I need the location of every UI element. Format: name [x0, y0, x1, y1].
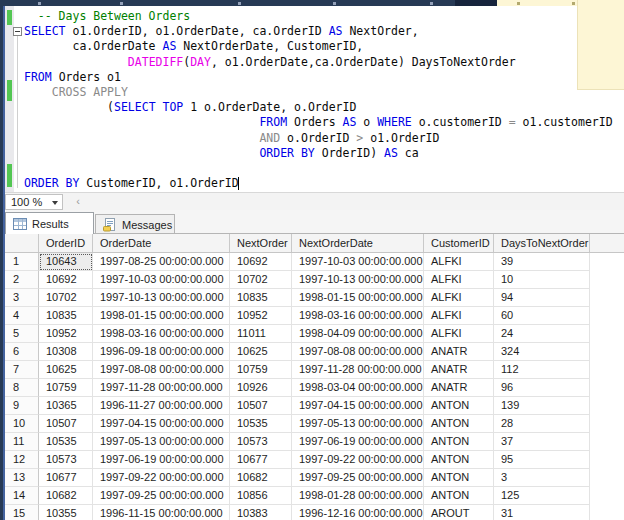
grid-cell[interactable]: 10573 [230, 433, 292, 451]
grid-cell[interactable]: 39 [494, 253, 590, 271]
grid-cell[interactable]: 10 [494, 271, 590, 289]
grid-cell[interactable]: 3 [494, 469, 590, 487]
grid-cell[interactable]: 24 [494, 325, 590, 343]
grid-cell[interactable]: 10926 [230, 379, 292, 397]
column-header[interactable]: NextOrder [230, 234, 292, 252]
grid-cell[interactable]: 1998-03-16 00:00:00.000 [93, 325, 230, 343]
grid-cell[interactable]: 1997-10-13 00:00:00.000 [93, 289, 230, 307]
grid-cell[interactable]: 1997-10-13 00:00:00.000 [292, 271, 424, 289]
grid-cell[interactable]: 10535 [39, 433, 93, 451]
grid-cell[interactable]: ANTON [424, 451, 494, 469]
grid-cell[interactable]: ALFKI [424, 307, 494, 325]
grid-cell[interactable]: 1997-09-25 00:00:00.000 [292, 469, 424, 487]
collapse-minus-icon[interactable] [13, 27, 22, 36]
grid-cell[interactable]: ALFKI [424, 271, 494, 289]
row-number[interactable]: 8 [5, 379, 39, 397]
grid-cell[interactable]: 10625 [230, 343, 292, 361]
grid-cell[interactable]: 10507 [39, 415, 93, 433]
grid-cell[interactable]: 95 [494, 451, 590, 469]
chevron-left-icon[interactable]: ‹ [71, 194, 85, 209]
row-number[interactable]: 3 [5, 289, 39, 307]
grid-cell[interactable]: 125 [494, 487, 590, 505]
grid-cell[interactable]: 10952 [230, 307, 292, 325]
row-number[interactable]: 5 [5, 325, 39, 343]
column-header[interactable]: CustomerID [424, 234, 494, 252]
grid-cell[interactable]: 10383 [230, 505, 292, 520]
grid-cell[interactable]: 10952 [39, 325, 93, 343]
grid-cell[interactable]: ANTON [424, 415, 494, 433]
zoom-dropdown[interactable]: 100 % [5, 194, 63, 210]
grid-cell[interactable]: 1998-03-04 00:00:00.000 [292, 379, 424, 397]
grid-cell[interactable]: 1998-03-16 00:00:00.000 [292, 307, 424, 325]
grid-cell[interactable]: AROUT [424, 505, 494, 520]
grid-cell[interactable]: 1996-12-16 00:00:00.000 [292, 505, 424, 520]
grid-cell[interactable]: 10308 [39, 343, 93, 361]
grid-cell[interactable]: 10677 [230, 451, 292, 469]
grid-cell[interactable]: 1996-11-15 00:00:00.000 [93, 505, 230, 520]
grid-cell[interactable]: 96 [494, 379, 590, 397]
row-number[interactable]: 7 [5, 361, 39, 379]
row-number[interactable]: 12 [5, 451, 39, 469]
grid-cell[interactable]: 10682 [230, 469, 292, 487]
grid-cell[interactable]: 1997-06-19 00:00:00.000 [292, 433, 424, 451]
grid-cell[interactable]: 10835 [230, 289, 292, 307]
grid-cell[interactable]: 1998-04-09 00:00:00.000 [292, 325, 424, 343]
grid-cell[interactable]: 1998-01-15 00:00:00.000 [93, 307, 230, 325]
grid-cell[interactable]: 10507 [230, 397, 292, 415]
grid-cell[interactable]: 10759 [230, 361, 292, 379]
grid-cell[interactable]: ALFKI [424, 289, 494, 307]
column-header[interactable]: DaysToNextOrder [494, 234, 590, 252]
grid-cell[interactable]: 1997-06-19 00:00:00.000 [93, 451, 230, 469]
grid-cell[interactable]: 1997-05-13 00:00:00.000 [93, 433, 230, 451]
grid-cell[interactable]: 94 [494, 289, 590, 307]
grid-cell[interactable]: 1997-09-22 00:00:00.000 [93, 469, 230, 487]
grid-cell[interactable]: 10682 [39, 487, 93, 505]
grid-cell[interactable]: 10573 [39, 451, 93, 469]
grid-cell[interactable]: 28 [494, 415, 590, 433]
grid-cell[interactable]: 10365 [39, 397, 93, 415]
grid-cell[interactable]: ALFKI [424, 253, 494, 271]
grid-cell[interactable]: 1998-01-28 00:00:00.000 [292, 487, 424, 505]
grid-cell[interactable]: 60 [494, 307, 590, 325]
grid-cell[interactable]: ALFKI [424, 325, 494, 343]
code-lines[interactable]: -- Days Between OrdersSELECT o1.OrderID,… [24, 9, 624, 192]
tab-results[interactable]: Results [5, 212, 94, 234]
grid-cell[interactable]: 31 [494, 505, 590, 520]
grid-cell[interactable]: 1997-04-15 00:00:00.000 [292, 397, 424, 415]
grid-cell[interactable]: 10692 [39, 271, 93, 289]
grid-cell[interactable]: 1998-01-15 00:00:00.000 [292, 289, 424, 307]
grid-cell[interactable]: 1997-10-03 00:00:00.000 [93, 271, 230, 289]
row-number[interactable]: 10 [5, 415, 39, 433]
grid-cell[interactable]: 1996-09-18 00:00:00.000 [93, 343, 230, 361]
grid-cell[interactable]: 10677 [39, 469, 93, 487]
column-header[interactable]: OrderID [39, 234, 93, 252]
row-number[interactable]: 11 [5, 433, 39, 451]
row-number[interactable]: 1 [5, 253, 39, 271]
grid-cell[interactable]: 10702 [39, 289, 93, 307]
grid-cell[interactable]: 1997-08-25 00:00:00.000 [93, 253, 230, 271]
grid-cell[interactable]: 1997-10-03 00:00:00.000 [292, 253, 424, 271]
grid-cell[interactable]: 1997-09-25 00:00:00.000 [93, 487, 230, 505]
grid-cell[interactable]: 10759 [39, 379, 93, 397]
row-number[interactable]: 4 [5, 307, 39, 325]
grid-cell[interactable]: ANATR [424, 379, 494, 397]
row-number[interactable]: 2 [5, 271, 39, 289]
grid-cell[interactable]: 10856 [230, 487, 292, 505]
grid-cell[interactable]: ANTON [424, 469, 494, 487]
tab-messages[interactable]: Messages [95, 214, 175, 234]
grid-cell[interactable]: ANTON [424, 397, 494, 415]
grid-cell[interactable]: 1997-04-15 00:00:00.000 [93, 415, 230, 433]
grid-cell[interactable]: ANTON [424, 433, 494, 451]
grid-cell[interactable]: ANATR [424, 361, 494, 379]
column-header[interactable]: OrderDate [93, 234, 230, 252]
column-header[interactable]: NextOrderDate [292, 234, 424, 252]
row-number-header[interactable] [5, 234, 39, 252]
grid-cell[interactable]: 10535 [230, 415, 292, 433]
row-number[interactable]: 13 [5, 469, 39, 487]
grid-cell[interactable]: 1997-05-13 00:00:00.000 [292, 415, 424, 433]
editor-hscrollbar[interactable]: 100 % ‹ [5, 192, 624, 210]
row-number[interactable]: 14 [5, 487, 39, 505]
grid-cell[interactable]: 10692 [230, 253, 292, 271]
grid-cell[interactable]: 139 [494, 397, 590, 415]
grid-cell[interactable]: 324 [494, 343, 590, 361]
